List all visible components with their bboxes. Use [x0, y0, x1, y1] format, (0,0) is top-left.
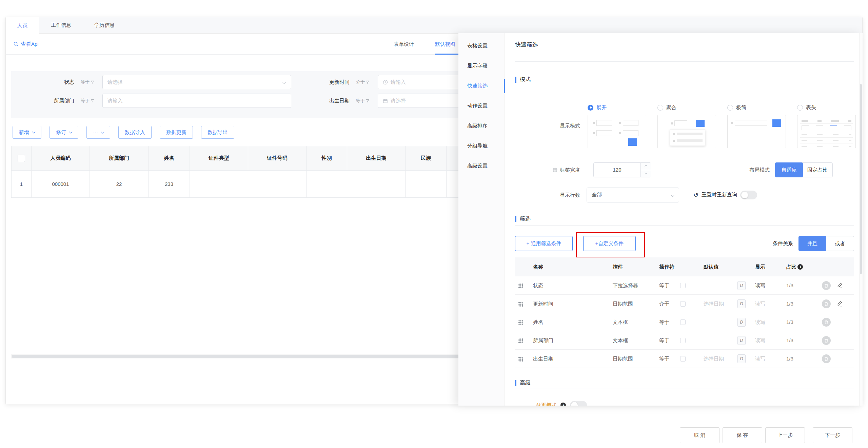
data-update-button[interactable]: 数据更新 [160, 126, 193, 139]
revise-button[interactable]: 修订 [50, 126, 78, 139]
relation-option-or[interactable]: 或者 [826, 236, 854, 251]
status-select[interactable]: 请选择 [102, 75, 291, 89]
default-badge[interactable]: D [737, 299, 746, 308]
sidebar-item-action-settings[interactable]: 动作设置 [458, 96, 505, 116]
column-label: 操作符 [659, 257, 674, 276]
display-mode-value[interactable]: 读写 [755, 331, 765, 350]
tab-work-info[interactable]: 工作信息 [39, 17, 83, 33]
horizontal-scrollbar[interactable] [11, 354, 520, 358]
tab-education-info[interactable]: 学历信息 [83, 17, 126, 33]
sidebar-item-advanced-sort[interactable]: 高级排序 [458, 116, 505, 136]
placeholder: 请选择 [107, 79, 123, 85]
filter-operator[interactable]: 等于 [81, 98, 94, 104]
custom-condition-wrap: +自定义条件 [583, 236, 636, 251]
mode-option-aggregate[interactable]: 聚合 [657, 103, 716, 148]
default-badge[interactable]: D [737, 336, 746, 345]
add-common-condition-button[interactable]: + 通用筛选条件 [515, 236, 573, 251]
drag-handle-icon[interactable] [518, 338, 523, 343]
filter-label: 更新时间 [287, 79, 350, 85]
display-rows-select[interactable]: 全部 [587, 188, 679, 202]
more-actions-button[interactable]: ··· [86, 126, 110, 139]
delete-icon[interactable] [822, 354, 831, 363]
info-icon[interactable]: i [560, 403, 566, 406]
display-mode-value[interactable]: 读写 [755, 313, 765, 331]
cancel-button[interactable]: 取 消 [680, 427, 719, 443]
sidebar-item-advanced-settings[interactable]: 高级设置 [458, 156, 505, 176]
ratio-value[interactable]: 1/3 [786, 313, 793, 331]
ratio-value[interactable]: 1/3 [786, 276, 793, 295]
ratio-value[interactable]: 1/3 [786, 331, 793, 350]
pagination-toggle[interactable] [570, 401, 587, 406]
default-placeholder[interactable]: 选择日期 [704, 295, 724, 313]
delete-icon[interactable] [822, 299, 831, 308]
edit-icon[interactable] [836, 300, 843, 308]
sidebar-item-table-settings[interactable]: 表格设置 [458, 36, 505, 56]
info-icon[interactable]: i [797, 264, 803, 270]
layout-option-fixed-ratio[interactable]: 固定占比 [803, 163, 832, 177]
sidebar-item-display-fields[interactable]: 显示字段 [458, 56, 505, 76]
stepper-up-button[interactable] [641, 163, 651, 170]
vertical-scrollbar[interactable] [859, 33, 863, 406]
default-checkbox[interactable] [680, 356, 686, 362]
default-placeholder[interactable]: 选择日期 [704, 350, 724, 368]
radio-icon[interactable] [727, 105, 733, 111]
tab-default-view[interactable]: 默认视图 [435, 34, 455, 55]
default-checkbox[interactable] [680, 338, 686, 343]
scrollbar-thumb[interactable] [860, 84, 862, 274]
display-mode-value[interactable]: 读写 [755, 350, 765, 368]
filter-operator[interactable]: 等于 [81, 79, 94, 85]
mode-option-expand[interactable]: 展开 [588, 103, 646, 148]
funnel-icon [366, 99, 370, 103]
scrollbar-thumb[interactable] [12, 355, 517, 358]
radio-icon[interactable] [797, 105, 803, 111]
default-checkbox[interactable] [680, 283, 686, 288]
sidebar-item-quick-filter[interactable]: 快速筛选 [458, 76, 505, 96]
stepper-down-button[interactable] [641, 170, 651, 177]
mode-option-header[interactable]: 表头 [797, 103, 856, 148]
ratio-value[interactable]: 1/3 [786, 295, 793, 313]
sidebar-item-group-nav[interactable]: 分组导航 [458, 136, 505, 156]
column-header: 姓名 [149, 146, 190, 171]
tab-personnel[interactable]: 人员 [6, 17, 39, 34]
relation-option-and[interactable]: 并且 [798, 236, 826, 251]
drag-handle-icon[interactable] [518, 302, 523, 307]
default-badge[interactable]: D [737, 318, 746, 327]
delete-icon[interactable] [822, 336, 831, 345]
prev-step-button[interactable]: 上一步 [765, 427, 805, 443]
filter-operator[interactable]: 介于 [356, 79, 370, 85]
save-button[interactable]: 保 存 [723, 427, 762, 443]
delete-icon[interactable] [822, 318, 831, 327]
mode-option-minimal[interactable]: 极简 [727, 103, 786, 148]
radio-icon[interactable] [657, 105, 663, 111]
default-checkbox[interactable] [680, 301, 686, 307]
display-mode-value[interactable]: 读写 [755, 295, 765, 313]
add-button[interactable]: 新增 [13, 126, 41, 139]
drag-handle-icon[interactable] [518, 357, 523, 362]
radio-selected-icon[interactable] [588, 105, 593, 111]
tab-form-design[interactable]: 表单设计 [394, 34, 414, 55]
select-all-checkbox[interactable] [18, 155, 25, 162]
display-mode-value[interactable]: 读写 [755, 276, 765, 295]
label-width-stepper[interactable]: 120 [593, 162, 651, 177]
delete-icon[interactable] [822, 281, 831, 290]
edit-icon[interactable] [836, 282, 843, 290]
view-api-link[interactable]: 查看Api [13, 34, 39, 55]
ratio-value[interactable]: 1/3 [786, 350, 793, 368]
default-checkbox[interactable] [680, 319, 686, 325]
add-custom-condition-button[interactable]: +自定义条件 [583, 236, 636, 251]
requery-toggle[interactable] [740, 191, 757, 199]
drag-handle-icon[interactable] [518, 320, 523, 325]
default-badge[interactable]: D [737, 354, 746, 363]
next-step-button[interactable]: 下一步 [813, 427, 852, 443]
operator-label: 等于 [356, 98, 365, 104]
filter-operator[interactable]: 等于 [356, 98, 370, 104]
department-input[interactable]: 请输入 [102, 94, 291, 108]
cell-dept: 22 [90, 171, 149, 198]
button-label: 上一步 [777, 432, 793, 439]
funnel-icon [91, 99, 94, 103]
default-badge[interactable]: D [737, 281, 746, 290]
data-import-button[interactable]: 数据导入 [118, 126, 152, 139]
data-export-button[interactable]: 数据导出 [201, 126, 234, 139]
layout-option-adaptive[interactable]: 自适应 [775, 162, 803, 177]
drag-handle-icon[interactable] [518, 284, 523, 288]
